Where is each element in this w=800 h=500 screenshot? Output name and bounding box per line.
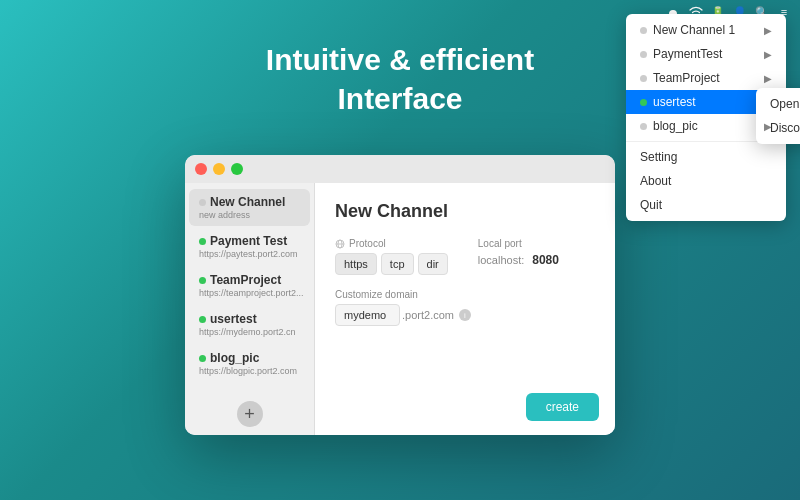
local-port-value-row: localhost: 8080 [478,253,559,267]
menu-dot [640,123,647,130]
local-port-label: Local port [478,238,559,249]
status-dot [199,355,206,362]
add-channel-button[interactable]: + [237,401,263,427]
menu-item-setting[interactable]: Setting [626,145,786,169]
domain-prefix-input[interactable] [335,304,400,326]
domain-suffix: .port2.com [402,309,454,321]
sidebar-item-usertest[interactable]: usertest https://mydemo.port2.cn [189,306,310,343]
app-window: New Channel new address Payment Test htt… [185,155,615,435]
hero-line1: Intuitive & efficient [266,43,534,76]
submenu: Open in Browser Disconnect [756,88,800,144]
menu-dot [640,51,647,58]
protocol-https-button[interactable]: https [335,253,377,275]
protocol-buttons: https tcp dir [335,253,448,275]
create-button[interactable]: create [526,393,599,421]
sidebar-item-new-channel[interactable]: New Channel new address [189,189,310,226]
protocol-label: Protocol [335,238,448,249]
hero-line2: Interface [337,82,462,115]
status-dot [199,277,206,284]
local-port-group: Local port localhost: 8080 [478,238,559,267]
submenu-arrow: ▶ [764,25,772,36]
sidebar: New Channel new address Payment Test htt… [185,183,315,435]
dropdown-menu: New Channel 1 ▶ PaymentTest ▶ TeamProjec… [626,14,786,221]
domain-row: .port2.com i [335,304,595,326]
menu-dot [640,99,647,106]
main-content: New Channel Protocol https tcp dir [315,183,615,435]
maximize-button[interactable] [231,163,243,175]
localhost-label: localhost: [478,254,524,266]
submenu-arrow: ▶ [764,49,772,60]
status-dot [199,199,206,206]
sidebar-item-team-project[interactable]: TeamProject https://teamproject.port2... [189,267,310,304]
menu-item-payment-test[interactable]: PaymentTest ▶ [626,42,786,66]
sidebar-item-payment-test[interactable]: Payment Test https://paytest.port2.com [189,228,310,265]
minimize-button[interactable] [213,163,225,175]
sidebar-item-blog-pic[interactable]: blog_pic https://blogpic.port2.com [189,345,310,382]
close-button[interactable] [195,163,207,175]
submenu-item-disconnect[interactable]: Disconnect [756,116,800,140]
globe-icon [335,239,345,249]
info-icon[interactable]: i [459,309,471,321]
submenu-arrow: ▶ [764,73,772,84]
submenu-item-open-browser[interactable]: Open in Browser [756,92,800,116]
channel-title: New Channel [335,201,595,222]
menu-item-usertest[interactable]: usertest ▶ Open in Browser Disconnect [626,90,786,114]
customize-domain-label: Customize domain [335,289,595,300]
status-dot [199,316,206,323]
menu-dot [640,27,647,34]
protocol-dir-button[interactable]: dir [418,253,448,275]
menu-item-quit[interactable]: Quit [626,193,786,217]
menu-item-about[interactable]: About [626,169,786,193]
menu-item-team-project[interactable]: TeamProject ▶ [626,66,786,90]
submenu-arrow: ▶ [764,121,772,132]
status-dot [199,238,206,245]
protocol-tcp-button[interactable]: tcp [381,253,414,275]
menu-dot [640,75,647,82]
port-number: 8080 [532,253,559,267]
window-titlebar [185,155,615,183]
protocol-group: Protocol https tcp dir [335,238,448,275]
customize-domain-group: Customize domain .port2.com i [335,289,595,326]
menu-item-new-channel-1[interactable]: New Channel 1 ▶ [626,18,786,42]
top-fields-row: Protocol https tcp dir Local port localh… [335,238,595,289]
